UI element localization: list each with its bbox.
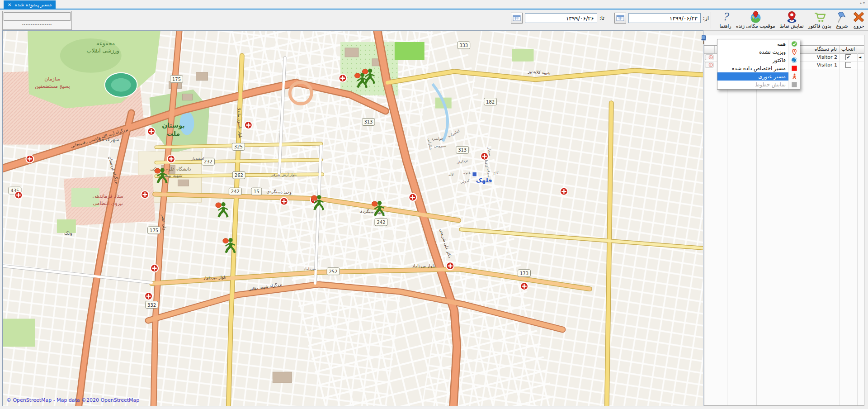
road-shield: 242 <box>375 219 387 226</box>
road-shield: 182 <box>484 98 497 105</box>
menu-item-transit-route[interactable]: مسیر عبوری <box>717 72 800 81</box>
blue-circle-icon <box>788 56 800 64</box>
svg-text:182: 182 <box>486 100 495 105</box>
menu-item-label: مسیر اختصاص داده شده <box>717 64 788 72</box>
svg-text:242: 242 <box>231 189 240 194</box>
orange-pin-icon <box>788 48 800 56</box>
map-attribution[interactable]: © OpenStreetMap - Map data ©2020 OpenStr… <box>6 397 139 403</box>
pushpin-icon[interactable] <box>700 35 707 44</box>
map-label: بسیج مستضعفین <box>35 83 70 89</box>
menu-item-not-visited[interactable]: ویزیت نشده <box>717 48 800 56</box>
toolbar-buttons: خروجشروعبدون فاکتورنمایش نقاطموقعیت مکان… <box>717 10 867 30</box>
row-marker-icon[interactable] <box>705 54 714 60</box>
road-shield: 333 <box>458 42 470 49</box>
svg-text:175: 175 <box>150 228 158 233</box>
not-visited-marker[interactable] <box>520 282 528 290</box>
svg-text:262: 262 <box>235 173 243 178</box>
map-label: مجموعه <box>96 40 115 47</box>
date-from-input[interactable]: ۱۳۹۹/۰۶/۲۳ <box>628 13 701 23</box>
road-shield: 262 <box>232 171 245 179</box>
tab-close-icon[interactable]: ✕ <box>8 2 11 7</box>
toolbar-separator <box>711 12 711 29</box>
menu-item-all[interactable]: همه <box>717 40 800 48</box>
toolbar-button-show-points[interactable]: نمایش نقاط <box>778 10 806 29</box>
not-visited-marker[interactable] <box>339 74 347 82</box>
not-visited-marker[interactable] <box>147 128 155 135</box>
app-window: { "window": { "tab_title": "مسیر پیموده … <box>0 0 868 409</box>
menu-item-label: همه <box>717 40 788 48</box>
map-label: ملت <box>167 130 180 137</box>
table-gridlines <box>704 53 864 405</box>
row-marker-icon[interactable] <box>705 62 714 68</box>
toolbar-button-label: نمایش نقاط <box>780 23 804 29</box>
gray-square-icon <box>788 81 800 89</box>
toolbar-button-exit[interactable]: خروج <box>850 10 867 29</box>
map-label: ورزشی انقلاب <box>87 48 119 54</box>
scroll-down-icon[interactable]: ▾ <box>863 1 866 5</box>
not-visited-marker[interactable] <box>446 262 454 270</box>
toolbar-button-label: خروج <box>853 23 864 29</box>
map-label: سیروس <box>434 144 446 148</box>
cart-icon <box>814 11 826 23</box>
toolbar-button-no-invoice[interactable]: بدون فاکتور <box>806 10 834 29</box>
not-visited-marker[interactable] <box>167 155 175 163</box>
not-visited-marker[interactable] <box>141 191 149 199</box>
svg-text:?: ? <box>722 11 729 23</box>
device-select-checkbox[interactable] <box>845 62 851 68</box>
svg-text:232: 232 <box>204 159 212 164</box>
not-visited-marker[interactable] <box>245 121 252 129</box>
column-header-select[interactable]: انتخاب <box>840 46 857 53</box>
not-visited-marker[interactable] <box>14 191 22 199</box>
menu-item-show-lines[interactable]: نمایش خطوط <box>717 81 800 89</box>
device-table: نام دستگاه انتخاب Visitor 2✔◄Visitor 1 <box>704 45 864 406</box>
not-visited-marker[interactable] <box>560 188 568 195</box>
date-from-value: ۱۳۹۹/۰۶/۲۳ <box>670 15 698 22</box>
toolbar-button-label: موقعیت مکانی زنده <box>736 23 775 29</box>
date-from-label: از: <box>703 15 709 21</box>
road-shield: 175 <box>148 227 160 234</box>
marker-filter-menu: همهویزیت نشدهفاکتورمسیر اختصاص داده شدهم… <box>717 39 800 90</box>
svg-text:325: 325 <box>234 144 243 149</box>
route-info-placeholder: ----------------- <box>3 23 71 27</box>
toolbar-button-help[interactable]: ?راهنما <box>717 10 734 29</box>
globe-pin-icon <box>750 11 762 23</box>
calendar-from-button[interactable] <box>614 13 626 24</box>
toolbar-button-start[interactable]: شروع <box>834 10 850 29</box>
not-visited-marker[interactable] <box>280 198 288 205</box>
route-info-panel: ----------------- <box>2 11 72 30</box>
menu-item-invoice[interactable]: فاکتور <box>717 56 800 64</box>
current-row-indicator: ◄ <box>859 55 861 59</box>
road-shield: 325 <box>232 143 245 150</box>
map-label: قلهک <box>476 177 492 184</box>
route-info-input[interactable] <box>4 12 71 21</box>
menu-item-assigned-route[interactable]: مسیر اختصاص داده شده <box>717 64 800 72</box>
map-label: لاله <box>448 173 453 177</box>
road-shield: 242 <box>229 188 241 195</box>
scroll-up-icon[interactable]: ▴ <box>860 1 863 5</box>
menu-item-label: نمایش خطوط <box>717 81 788 89</box>
svg-text:252: 252 <box>329 269 338 274</box>
not-visited-marker[interactable] <box>145 292 152 300</box>
person-icon <box>788 72 800 81</box>
calendar-to-button[interactable] <box>511 13 523 24</box>
column-header-icon <box>704 46 715 53</box>
map-label: بوستان <box>162 122 185 129</box>
toolbar-button-live-location[interactable]: موقعیت مکانی زنده <box>734 10 778 29</box>
svg-text:242: 242 <box>377 220 385 225</box>
map-label: جوانمرد <box>432 137 443 141</box>
menu-item-label: مسیر عبوری <box>717 72 788 81</box>
red-square-icon <box>788 64 800 72</box>
not-visited-marker[interactable] <box>409 194 416 201</box>
date-to-input[interactable]: ۱۳۹۹/۰۶/۲۶ <box>525 13 597 23</box>
question-icon: ? <box>719 11 731 23</box>
road-shield: 173 <box>518 270 531 277</box>
not-visited-marker[interactable] <box>151 264 158 272</box>
column-header-indicator <box>857 46 864 53</box>
device-select-checkbox[interactable]: ✔ <box>845 54 851 60</box>
map-label: بلوار میرداماد <box>412 264 435 268</box>
not-visited-marker[interactable] <box>26 155 33 163</box>
tab-traveled-route[interactable]: ✕ مسیر پیموده شده <box>4 0 56 9</box>
not-visited-marker[interactable] <box>481 152 488 160</box>
road-shield: 313 <box>362 119 375 126</box>
map-canvas[interactable]: 1751752322623252422421525233243531331318… <box>2 30 703 406</box>
